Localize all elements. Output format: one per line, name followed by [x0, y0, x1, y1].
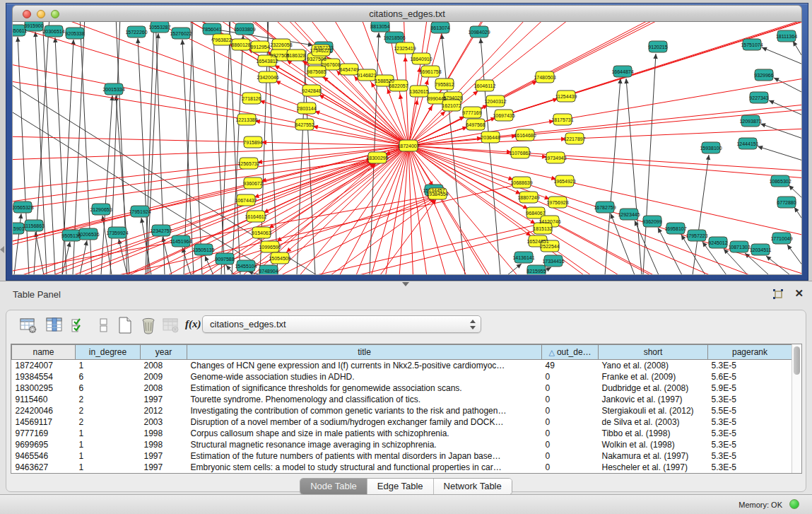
table-cell[interactable]: 0	[542, 371, 599, 382]
table-cell[interactable]: 1997	[141, 450, 187, 462]
table-cell[interactable]: 2008	[141, 360, 187, 371]
scrollbar-thumb[interactable]	[794, 346, 800, 375]
function-builder-icon[interactable]: f(x)	[185, 318, 204, 337]
table-cell[interactable]: 5.3E-5	[708, 428, 792, 439]
close-panel-icon[interactable]: ✕	[794, 288, 804, 299]
table-cell[interactable]: Nakamura et al. (1997)	[599, 450, 708, 462]
table-row[interactable]: 977716911998Corpus callosum shape and si…	[12, 428, 792, 439]
column-header-title[interactable]: title	[187, 345, 542, 360]
table-row[interactable]: 2242004622012Investigating the contribut…	[12, 405, 792, 416]
column-header-name[interactable]: name	[12, 345, 76, 360]
table-cell[interactable]: 5.3E-5	[708, 416, 792, 428]
table-cell[interactable]: 5.3E-5	[708, 394, 792, 405]
table-cell[interactable]: 2	[76, 405, 141, 416]
table-cell[interactable]: 5.3E-5	[708, 360, 792, 371]
node-table[interactable]: namein_degreeyeartitle△out_de…shortpager…	[11, 344, 792, 473]
column-header-out_de[interactable]: △out_de…	[542, 345, 599, 360]
table-cell[interactable]: Tibbo et al. (1998)	[599, 428, 708, 439]
new-table-icon[interactable]	[116, 316, 134, 334]
table-cell[interactable]: 0	[542, 428, 599, 439]
table-cell[interactable]: Embryonic stem cells: a model to study s…	[187, 462, 542, 473]
table-cell[interactable]: 0	[542, 405, 599, 416]
table-cell[interactable]: Jankovic et al. (1997)	[599, 394, 708, 405]
table-cell[interactable]: 5.5E-5	[708, 405, 792, 416]
table-row[interactable]: 946554611997Estimation of the future num…	[12, 450, 792, 462]
table-cell[interactable]: 1998	[141, 439, 187, 450]
column-header-pagerank[interactable]: pagerank	[708, 345, 792, 360]
table-cell[interactable]: 5.9E-5	[708, 382, 792, 394]
table-cell[interactable]: Hescheler et al. (1997)	[599, 462, 708, 473]
column-header-in_degree[interactable]: in_degree	[76, 345, 141, 360]
table-cell[interactable]: 5.3E-5	[708, 450, 792, 462]
network-graph[interactable]: 1135061139159002030651492053381572226010…	[13, 22, 802, 275]
table-cell[interactable]: 5.3E-5	[708, 439, 792, 450]
table-settings-icon[interactable]	[19, 316, 37, 334]
table-cell[interactable]: 1997	[141, 462, 187, 473]
table-cell[interactable]: 0	[542, 382, 599, 394]
network-canvas[interactable]: 1135061139159002030651492053381572226010…	[12, 22, 802, 275]
table-cell[interactable]: Dudbridge et al. (2008)	[599, 382, 708, 394]
table-cell[interactable]: 1	[76, 450, 141, 462]
table-cell[interactable]: 49	[542, 360, 599, 371]
table-cell[interactable]: 5.6E-5	[708, 371, 792, 382]
clear-selection-icon[interactable]	[95, 316, 113, 334]
table-cell[interactable]: 2	[76, 416, 141, 428]
table-select-dropdown[interactable]: citations_edges.txt	[202, 315, 481, 333]
network-window-titlebar[interactable]: citations_edges.txt	[12, 5, 802, 22]
table-cell[interactable]: 1	[76, 428, 141, 439]
table-cell[interactable]: Franke et al. (2009)	[599, 371, 708, 382]
tab-network-table[interactable]: Network Table	[434, 479, 512, 494]
column-header-short[interactable]: short	[599, 345, 708, 360]
table-cell[interactable]: de Silva et al. (2003)	[599, 416, 708, 428]
table-cell[interactable]: 1	[76, 439, 141, 450]
table-row[interactable]: 1938455462009Genome-wide association stu…	[12, 371, 792, 382]
table-cell[interactable]: 1	[76, 360, 141, 371]
table-cell[interactable]: 2012	[141, 405, 187, 416]
table-cell[interactable]: 18300295	[12, 382, 76, 394]
table-row[interactable]: 1872400712008Changes of HCN gene express…	[12, 360, 792, 371]
table-cell[interactable]: 9463627	[12, 462, 76, 473]
table-cell[interactable]: 0	[542, 394, 599, 405]
table-cell[interactable]: Tourette syndrome. Phenomenology and cla…	[187, 394, 542, 405]
table-cell[interactable]: Estimation of significance thresholds fo…	[187, 382, 542, 394]
table-cell[interactable]: 0	[542, 462, 599, 473]
float-panel-icon[interactable]	[772, 288, 784, 300]
table-cell[interactable]: 6	[76, 382, 141, 394]
table-cell[interactable]: Genome-wide association studies in ADHD.	[187, 371, 542, 382]
table-cell[interactable]: 1998	[141, 428, 187, 439]
table-cell[interactable]: Structural magnetic resonance image aver…	[187, 439, 542, 450]
table-cell[interactable]: 5.3E-5	[708, 462, 792, 473]
column-header-year[interactable]: year	[141, 345, 187, 360]
table-row[interactable]: 1830029562008Estimation of significance …	[12, 382, 792, 394]
table-cell[interactable]: Stergiakouli et al. (2012)	[599, 405, 708, 416]
table-cell[interactable]: Changes of HCN gene expression and I(f) …	[187, 360, 542, 371]
table-row[interactable]: 911546021997Tourette syndrome. Phenomeno…	[12, 394, 792, 405]
table-cell[interactable]: 2	[76, 394, 141, 405]
tab-edge-table[interactable]: Edge Table	[367, 479, 434, 494]
column-chooser-icon[interactable]	[45, 316, 64, 334]
table-cell[interactable]: 1997	[141, 394, 187, 405]
table-cell[interactable]: 2003	[141, 416, 187, 428]
table-cell[interactable]: 9465546	[12, 450, 76, 462]
table-cell[interactable]: Wolkin et al. (1998)	[599, 439, 708, 450]
table-row[interactable]: 946362711997Embryonic stem cells: a mode…	[12, 462, 792, 473]
table-cell[interactable]: 2008	[141, 382, 187, 394]
table-cell[interactable]: 9777169	[12, 428, 76, 439]
table-cell[interactable]: 2009	[141, 371, 187, 382]
table-cell[interactable]: 9115460	[12, 394, 76, 405]
table-cell[interactable]: Corpus callosum shape and size in male p…	[187, 428, 542, 439]
table-row[interactable]: 969969511998Structural magnetic resonanc…	[12, 439, 792, 450]
table-cell[interactable]: Investigating the contribution of common…	[187, 405, 542, 416]
table-cell[interactable]: 0	[542, 450, 599, 462]
table-cell[interactable]: 0	[542, 439, 599, 450]
table-cell[interactable]: 14569117	[12, 416, 76, 428]
table-cell[interactable]: 9699695	[12, 439, 76, 450]
table-cell[interactable]: 0	[542, 416, 599, 428]
delete-entries-icon[interactable]	[139, 316, 158, 334]
delete-table-icon[interactable]	[162, 316, 180, 334]
select-all-icon[interactable]	[70, 316, 88, 334]
table-cell[interactable]: Disruption of a novel member of a sodium…	[187, 416, 542, 428]
table-cell[interactable]: Yano et al. (2008)	[599, 360, 708, 371]
table-cell[interactable]: 1	[76, 462, 141, 473]
table-vertical-scrollbar[interactable]	[792, 344, 801, 473]
